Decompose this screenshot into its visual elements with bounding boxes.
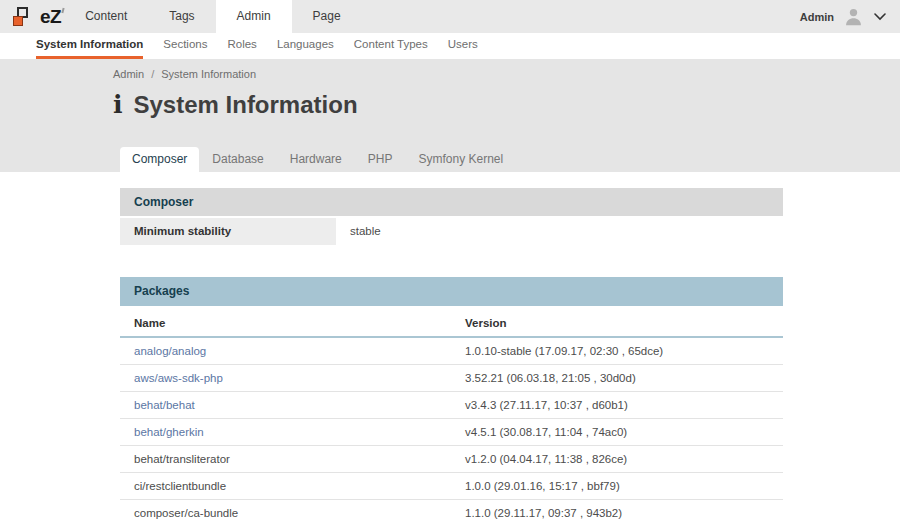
package-version: 3.52.21 (06.03.18, 21:05 , 30d0d) — [451, 365, 783, 391]
tab-php[interactable]: PHP — [355, 147, 406, 172]
user-menu[interactable]: Admin — [800, 0, 900, 33]
package-version: 1.0.0 (29.01.16, 15:17 , bbf79) — [451, 473, 783, 499]
package-name: behat/transliterator — [134, 453, 230, 465]
package-version: v3.4.3 (27.11.17, 10:37 , d60b1) — [451, 392, 783, 418]
minimum-stability-value: stable — [336, 218, 783, 245]
column-header-version: Version — [451, 308, 783, 336]
subnav-item-roles[interactable]: Roles — [227, 33, 256, 59]
main-content: Composer Minimum stability stable Packag… — [0, 172, 900, 521]
package-version: 1.0.10-stable (17.09.17, 02:30 , 65dce) — [451, 338, 783, 364]
system-info-tabs: Composer Database Hardware PHP Symfony K… — [120, 147, 516, 172]
composer-section-title: Composer — [120, 188, 783, 216]
breadcrumb-admin[interactable]: Admin — [113, 68, 144, 80]
subnav-item-sections[interactable]: Sections — [163, 33, 207, 59]
info-icon: ℹ — [113, 90, 123, 119]
packages-column-headers: Name Version — [120, 308, 783, 338]
avatar-icon — [843, 6, 864, 27]
package-link[interactable]: behat/gherkin — [134, 426, 204, 438]
package-link[interactable]: behat/behat — [134, 399, 195, 411]
package-name: ci/restclientbundle — [134, 480, 226, 492]
user-name-label: Admin — [800, 11, 834, 23]
table-row: composer/ca-bundle 1.1.0 (29.11.17, 09:3… — [120, 500, 783, 521]
package-version: v1.2.0 (04.04.17, 11:38 , 826ce) — [451, 446, 783, 472]
topnav-item-content[interactable]: Content — [64, 0, 148, 33]
subnav-item-languages[interactable]: Languages — [277, 33, 334, 59]
page-header: Admin/System Information ℹ System Inform… — [0, 59, 900, 172]
breadcrumb: Admin/System Information — [0, 59, 900, 80]
table-row: behat/gherkin v4.5.1 (30.08.17, 11:04 , … — [120, 419, 783, 446]
package-version: v4.5.1 (30.08.17, 11:04 , 74ac0) — [451, 419, 783, 445]
package-link[interactable]: analog/analog — [134, 345, 206, 357]
admin-sub-navigation: System Information Sections Roles Langua… — [0, 33, 900, 59]
ez-logo-text: eZ — [40, 6, 61, 28]
tab-composer[interactable]: Composer — [120, 147, 199, 172]
subnav-item-content-types[interactable]: Content Types — [354, 33, 428, 59]
topnav-item-page[interactable]: Page — [292, 0, 362, 33]
tab-database[interactable]: Database — [199, 147, 276, 172]
table-row: behat/behat v3.4.3 (27.11.17, 10:37 , d6… — [120, 392, 783, 419]
subnav-item-system-information[interactable]: System Information — [36, 33, 143, 59]
page-title: ℹ System Information — [113, 90, 900, 119]
packages-section-title: Packages — [120, 277, 783, 306]
topnav-item-admin[interactable]: Admin — [216, 0, 292, 33]
subnav-item-users[interactable]: Users — [448, 33, 478, 59]
table-row: Minimum stability stable — [120, 218, 783, 245]
packages-section: Packages Name Version analog/analog 1.0.… — [120, 277, 783, 521]
composer-section: Composer Minimum stability stable — [120, 188, 783, 245]
table-row: ci/restclientbundle 1.0.0 (29.01.16, 15:… — [120, 473, 783, 500]
minimum-stability-label: Minimum stability — [120, 218, 336, 245]
tab-hardware[interactable]: Hardware — [277, 147, 355, 172]
package-version: 1.1.0 (29.11.17, 09:37 , 943b2) — [451, 500, 783, 521]
table-row: aws/aws-sdk-php 3.52.21 (06.03.18, 21:05… — [120, 365, 783, 392]
top-navigation: Content Tags Admin Page — [64, 0, 361, 33]
table-row: analog/analog 1.0.10-stable (17.09.17, 0… — [120, 338, 783, 365]
package-link[interactable]: aws/aws-sdk-php — [134, 372, 223, 384]
ez-logo-icon — [13, 7, 33, 27]
topbar: eZ Content Tags Admin Page Admin — [0, 0, 900, 33]
topnav-item-tags[interactable]: Tags — [148, 0, 215, 33]
breadcrumb-separator: / — [151, 68, 154, 80]
ez-logo[interactable]: eZ — [0, 0, 64, 33]
page-title-text: System Information — [134, 91, 358, 119]
tab-symfony-kernel[interactable]: Symfony Kernel — [405, 147, 516, 172]
package-name: composer/ca-bundle — [134, 507, 238, 519]
chevron-down-icon — [874, 13, 886, 21]
breadcrumb-system-information: System Information — [161, 68, 256, 80]
column-header-name: Name — [120, 308, 451, 336]
table-row: behat/transliterator v1.2.0 (04.04.17, 1… — [120, 446, 783, 473]
